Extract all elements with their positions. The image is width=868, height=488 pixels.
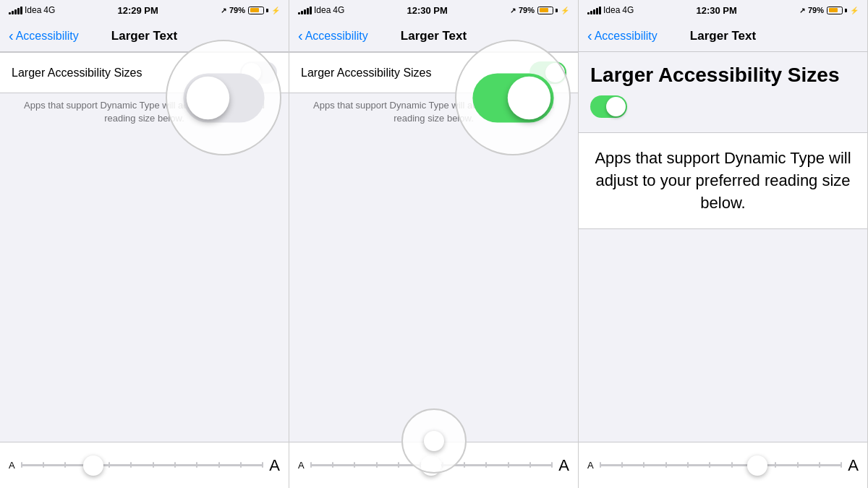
signal-bars-1 [9, 6, 22, 14]
battery-3 [827, 7, 847, 14]
time-3: 12:30 PM [696, 5, 736, 16]
toggle-switch-3[interactable] [590, 95, 627, 118]
status-right-3: ↗ 79% ⚡ [799, 6, 859, 14]
tick [797, 462, 799, 468]
slider-thumb-1[interactable] [83, 455, 103, 476]
tick [508, 462, 509, 468]
carrier-3: Idea [603, 5, 620, 15]
chevron-left-icon-2: ‹ [298, 28, 303, 43]
nav-bar-3: ‹ Accessibility Larger Text [579, 20, 867, 52]
tick [262, 462, 263, 468]
tick [174, 462, 176, 468]
tick [109, 462, 110, 468]
signal-bar [9, 12, 11, 14]
phone-panel-2: Idea 4G 12:30 PM ↗ 79% ⚡ ‹ Accessibility… [289, 0, 579, 488]
nav-title-3: Larger Text [690, 29, 756, 43]
location-arrow-2: ↗ [510, 7, 516, 14]
signal-bar [587, 12, 590, 14]
back-label-3: Accessibility [595, 30, 658, 43]
tick [218, 462, 220, 468]
signal-bar [304, 9, 306, 14]
slider-thumb-3[interactable] [747, 455, 767, 476]
time-2: 12:30 PM [407, 5, 447, 16]
battery-2 [537, 7, 558, 14]
signal-bar [20, 7, 22, 14]
back-button-3[interactable]: ‹ Accessibility [587, 29, 658, 43]
battery-cap-3 [845, 9, 847, 12]
signal-bar [307, 8, 309, 14]
magnify-circle-slider-2 [401, 408, 467, 474]
carrier-2: Idea [314, 5, 331, 15]
tick [64, 462, 66, 468]
charging-icon-1: ⚡ [271, 7, 280, 14]
signal-bar [590, 11, 592, 14]
slider-track-1[interactable] [21, 464, 264, 466]
tick [819, 462, 820, 468]
signal-bar [14, 9, 17, 14]
slider-a-small-1: A [9, 460, 15, 471]
network-3: 4G [622, 5, 634, 15]
nav-title-2: Larger Text [401, 29, 467, 43]
magnified-slider-2 [424, 431, 444, 451]
status-left-1: Idea 4G [9, 5, 55, 15]
tick [43, 462, 44, 468]
tick [398, 462, 399, 468]
signal-bars-3 [587, 6, 601, 14]
phone-panel-3: Idea 4G 12:30 PM ↗ 79% ⚡ ‹ Accessibility… [579, 0, 868, 488]
back-label-2: Accessibility [305, 30, 368, 43]
tick [130, 462, 132, 468]
content-3: Larger Accessibility Sizes Apps that sup… [579, 52, 867, 488]
charging-icon-3: ⚡ [850, 7, 859, 14]
network-2: 4G [333, 5, 344, 15]
panel3-header: Larger Accessibility Sizes [579, 52, 867, 132]
battery-cap-2 [556, 9, 558, 12]
signal-bar [593, 9, 595, 14]
slider-area-3: A A [579, 442, 867, 488]
battery-body-3 [827, 7, 843, 14]
battery-cap-1 [266, 9, 268, 12]
back-button-2[interactable]: ‹ Accessibility [298, 29, 368, 43]
tick [196, 462, 197, 468]
magnify-circle-toggle-2 [455, 40, 571, 155]
tick [332, 462, 333, 468]
tick [643, 462, 644, 468]
slider-a-large-3: A [848, 456, 859, 475]
tick [464, 462, 465, 468]
signal-bar [599, 7, 601, 14]
battery-1 [248, 7, 268, 14]
chevron-left-icon-1: ‹ [9, 28, 14, 43]
tick [21, 462, 22, 468]
slider-track-3[interactable] [600, 464, 843, 466]
back-button-1[interactable]: ‹ Accessibility [9, 29, 79, 43]
charging-icon-2: ⚡ [561, 7, 569, 14]
slider-a-large-2: A [558, 456, 569, 475]
status-left-2: Idea 4G [298, 5, 344, 15]
panel3-toggle-row [590, 95, 856, 118]
battery-fill-1 [250, 8, 259, 12]
status-right-2: ↗ 79% ⚡ [510, 6, 569, 14]
magnified-thumb-2 [507, 76, 550, 119]
location-arrow-1: ↗ [221, 7, 226, 14]
toggle-label-2: Larger Accessibility Sizes [301, 67, 432, 80]
toggle-label-1: Larger Accessibility Sizes [12, 67, 142, 80]
back-label-1: Accessibility [16, 30, 79, 43]
battery-fill-2 [540, 8, 548, 12]
tick [153, 462, 154, 468]
panel3-title: Larger Accessibility Sizes [590, 64, 856, 87]
time-1: 12:29 PM [117, 5, 158, 16]
signal-bar [17, 8, 20, 14]
network-1: 4G [43, 5, 55, 15]
tick [376, 462, 378, 468]
tick [775, 462, 776, 468]
status-right-1: ↗ 79% ⚡ [221, 6, 280, 14]
signal-bar [310, 7, 312, 14]
tick [621, 462, 623, 468]
tick [665, 462, 667, 468]
battery-fill-3 [829, 8, 838, 12]
status-bar-2: Idea 4G 12:30 PM ↗ 79% ⚡ [289, 0, 578, 20]
tick [709, 462, 710, 468]
magnify-circle-toggle-1 [166, 40, 281, 155]
battery-percent-1: 79% [229, 6, 245, 14]
battery-body-2 [537, 7, 553, 14]
tick [687, 462, 689, 468]
